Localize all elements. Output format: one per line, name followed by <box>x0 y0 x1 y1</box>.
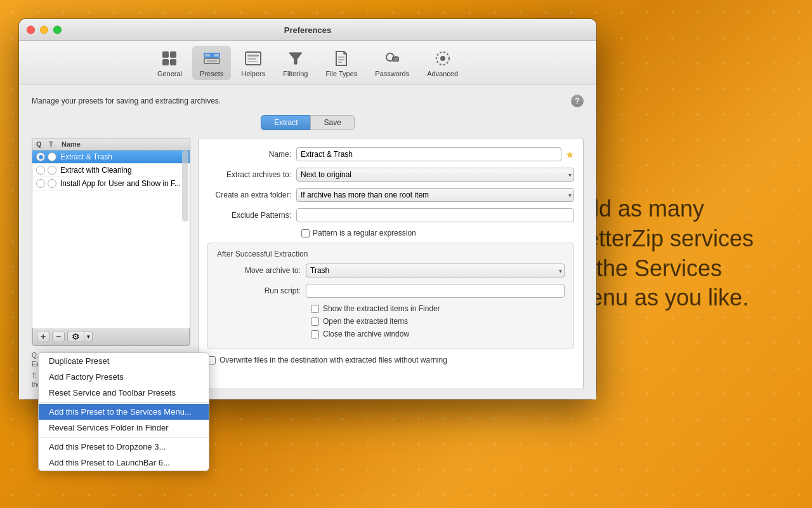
list-item[interactable]: Extract & Trash <box>32 150 190 164</box>
passwords-label: Passwords <box>375 70 409 77</box>
description-text: Manage your presets for saving and extra… <box>32 97 221 105</box>
list-item[interactable]: Extract with Cleaning <box>32 164 190 177</box>
titlebar: Preferences <box>19 19 596 41</box>
open-extracted-checkbox[interactable] <box>311 318 319 326</box>
run-script-label: Run script: <box>217 286 306 295</box>
gear-button-group: ⚙ ▾ <box>67 331 93 342</box>
favorite-button[interactable]: ★ <box>565 149 574 161</box>
svg-marker-13 <box>289 53 302 64</box>
svg-rect-1 <box>170 51 176 58</box>
filetypes-label: File Types <box>325 70 357 77</box>
general-label: General <box>157 70 182 77</box>
col-header-name: Name <box>62 140 186 148</box>
open-extracted-row: Open the extracted items <box>311 317 565 326</box>
after-section-header: After Successful Extraction <box>217 250 565 258</box>
dropdown-item-add-dropzone[interactable]: Add this Preset to Dropzone 3... <box>39 439 209 455</box>
create-folder-label: Create an extra folder: <box>207 190 296 199</box>
svg-rect-2 <box>162 59 169 65</box>
close-window-row: Close the archive window <box>311 330 565 338</box>
minimize-button[interactable] <box>40 25 48 34</box>
open-extracted-label: Open the extracted items <box>323 317 408 326</box>
list-footer: + − ⚙ ▾ <box>32 328 190 345</box>
pattern-regex-label: Pattern is a regular expression <box>313 229 416 237</box>
q-radio[interactable] <box>36 152 45 161</box>
name-input[interactable] <box>296 147 561 161</box>
dropdown-item-add-services-menu[interactable]: Add this Preset to the Services Menu... <box>39 404 209 420</box>
dropdown-item-add-factory[interactable]: Add Factory Presets <box>39 369 209 385</box>
after-extraction-section: After Successful Extraction Move archive… <box>207 243 574 349</box>
extract-archives-select[interactable]: Next to original <box>296 168 574 182</box>
presets-label: Presets <box>200 70 223 77</box>
q-radio[interactable] <box>36 166 45 175</box>
list-item-name: Extract with Cleaning <box>60 166 186 175</box>
toolbar-item-filtering[interactable]: Filtering <box>275 46 315 80</box>
close-button[interactable] <box>27 25 35 34</box>
svg-rect-0 <box>162 51 169 58</box>
create-folder-select[interactable]: If archive has more than one root item <box>296 188 574 202</box>
dropdown-item-add-launchbar[interactable]: Add this Preset to LaunchBar 6... <box>39 455 209 471</box>
svg-rect-12 <box>247 61 258 62</box>
col-header-t: T <box>49 140 62 148</box>
dropdown-separator-2 <box>39 437 209 438</box>
scrollbar-thumb[interactable] <box>182 150 188 222</box>
overwrite-row: Overwrite files in the destination with … <box>207 356 574 364</box>
tab-bar: Extract Save <box>32 115 584 130</box>
presets-icon <box>202 48 222 69</box>
pattern-regex-checkbox[interactable] <box>301 229 310 237</box>
name-label: Name: <box>207 150 296 159</box>
remove-preset-button[interactable]: − <box>52 331 65 342</box>
move-archive-row: Move archive to: Trash ▾ <box>217 264 565 277</box>
toolbar-item-helpers[interactable]: Helpers <box>233 46 273 80</box>
toolbar: General Presets <box>19 41 596 84</box>
general-icon <box>159 48 180 69</box>
list-item[interactable]: Install App for User and Show in F... <box>32 177 190 190</box>
toolbar-item-advanced[interactable]: Advanced <box>419 46 466 80</box>
dropdown-item-reveal-services[interactable]: Reveal Services Folder in Finder <box>39 420 209 436</box>
svg-point-21 <box>440 56 445 61</box>
list-panel: Q T Name Extract & Trash <box>32 138 190 389</box>
tab-extract[interactable]: Extract <box>261 115 310 130</box>
pattern-regex-row: Pattern is a regular expression <box>301 229 574 237</box>
show-extracted-label: Show the extracted items in Finder <box>323 304 440 313</box>
exclude-patterns-input[interactable] <box>296 208 574 222</box>
desktop-tagline: Add as many BetterZip services to the Se… <box>571 194 774 313</box>
toolbar-item-passwords[interactable]: Passwords <box>367 46 417 80</box>
svg-point-6 <box>210 53 214 57</box>
svg-rect-3 <box>170 59 176 65</box>
move-archive-select[interactable]: Trash <box>306 264 565 277</box>
main-panel: Q T Name Extract & Trash <box>32 138 584 389</box>
settings-panel: Name: ★ Extract archives to: Next to ori… <box>198 138 584 389</box>
close-window-checkbox[interactable] <box>311 330 319 338</box>
extract-archives-label: Extract archives to: <box>207 170 296 179</box>
show-extracted-checkbox[interactable] <box>311 305 319 313</box>
t-radio[interactable] <box>48 179 56 188</box>
run-script-input[interactable] <box>306 284 565 298</box>
passwords-icon <box>382 48 402 69</box>
q-radio[interactable] <box>36 179 45 188</box>
col-header-q: Q <box>36 140 49 148</box>
move-archive-select-wrapper: Trash ▾ <box>306 264 565 277</box>
dropdown-item-duplicate[interactable]: Duplicate Preset <box>39 353 209 369</box>
toolbar-item-general[interactable]: General <box>150 46 190 80</box>
close-window-label: Close the archive window <box>323 330 409 338</box>
list-item-name: Extract & Trash <box>60 152 186 161</box>
dropdown-item-reset-service[interactable]: Reset Service and Toolbar Presets <box>39 385 209 401</box>
t-radio[interactable] <box>48 166 56 175</box>
help-button[interactable]: ? <box>571 95 584 107</box>
name-row: Name: ★ <box>207 147 574 161</box>
presets-list-container: Q T Name Extract & Trash <box>32 138 190 346</box>
gear-dropdown-arrow[interactable]: ▾ <box>84 331 93 342</box>
checkboxes-area: Show the extracted items in Finder Open … <box>311 304 565 338</box>
t-radio[interactable] <box>48 152 56 161</box>
list-scroll-area[interactable]: Extract & Trash Extract with Cleaning <box>32 150 190 328</box>
toolbar-item-presets[interactable]: Presets <box>192 46 231 80</box>
add-preset-button[interactable]: + <box>37 331 49 342</box>
gear-main-button[interactable]: ⚙ <box>67 331 84 342</box>
tab-save[interactable]: Save <box>310 115 354 130</box>
filtering-icon <box>285 48 306 69</box>
filetypes-icon <box>331 48 351 69</box>
exclude-patterns-row: Exclude Patterns: <box>207 208 574 222</box>
maximize-button[interactable] <box>53 25 62 34</box>
toolbar-item-filetypes[interactable]: File Types <box>318 46 365 80</box>
extract-archives-row: Extract archives to: Next to original ▾ <box>207 168 574 182</box>
